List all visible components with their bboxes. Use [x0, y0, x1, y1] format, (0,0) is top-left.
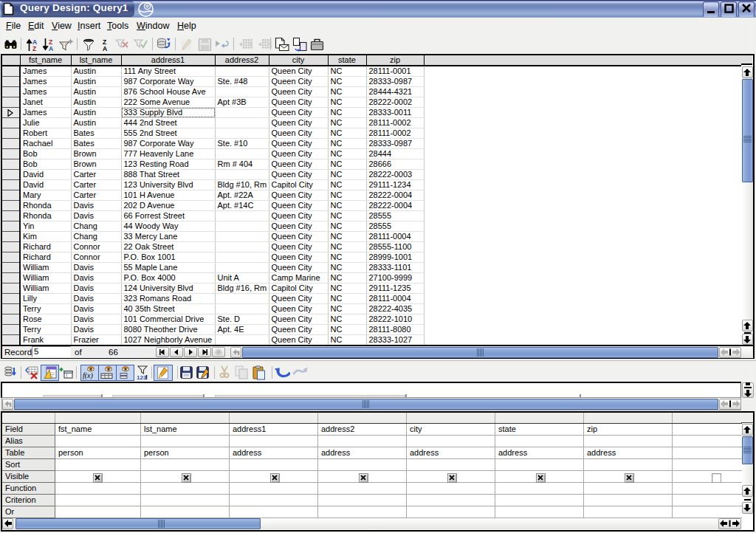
- svg-text:f(x): f(x): [83, 371, 94, 380]
- svg-text:Z: Z: [32, 45, 36, 52]
- svg-text:A: A: [49, 45, 53, 52]
- svg-text:A: A: [103, 45, 107, 52]
- svg-text:!: !: [145, 374, 148, 381]
